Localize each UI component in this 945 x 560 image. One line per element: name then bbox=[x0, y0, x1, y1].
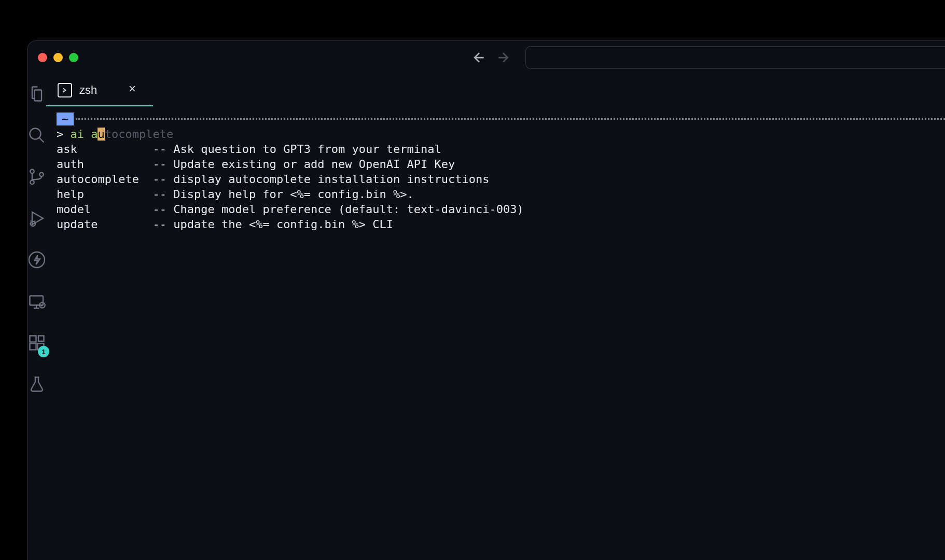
svg-rect-6 bbox=[30, 296, 44, 305]
completion-cmd: ask bbox=[57, 143, 77, 156]
explorer-icon[interactable] bbox=[27, 85, 46, 105]
nav-arrows bbox=[471, 50, 511, 65]
command-suggestion-tail: tocomplete bbox=[105, 128, 173, 141]
editor-window: 1 zsh ~ > ai autocomplete ask bbox=[27, 40, 945, 560]
completion-pad bbox=[91, 203, 152, 216]
window-controls bbox=[38, 53, 78, 62]
svg-point-5 bbox=[29, 252, 45, 268]
tab-label: zsh bbox=[79, 83, 97, 97]
tab-bar: zsh bbox=[46, 74, 945, 106]
close-window-button[interactable] bbox=[38, 53, 47, 62]
body-area: 1 zsh ~ > ai autocomplete ask bbox=[27, 74, 945, 560]
nav-back-icon[interactable] bbox=[471, 50, 487, 65]
completion-desc: Update existing or add new OpenAI API Ke… bbox=[173, 158, 455, 171]
extensions-icon[interactable]: 1 bbox=[27, 333, 46, 354]
prompt-path: ~ bbox=[57, 113, 74, 125]
terminal-pane[interactable]: ~ > ai autocomplete ask -- Ask question … bbox=[46, 106, 945, 560]
remote-explorer-icon[interactable] bbox=[27, 292, 46, 313]
command-typed: ai a bbox=[71, 128, 98, 141]
completion-desc: Display help for <%= config.bin %>. bbox=[173, 188, 414, 201]
completion-desc: update the <%= config.bin %> CLI bbox=[173, 218, 393, 231]
completion-cmd: help bbox=[57, 188, 84, 201]
completion-pad bbox=[98, 218, 152, 231]
thunder-icon[interactable] bbox=[27, 250, 46, 271]
tab-zsh[interactable]: zsh bbox=[46, 74, 153, 106]
source-control-icon[interactable] bbox=[27, 167, 46, 188]
beaker-icon[interactable] bbox=[27, 375, 46, 396]
terminal-cursor: u bbox=[98, 128, 104, 141]
completion-pad bbox=[84, 158, 152, 171]
activity-bar: 1 bbox=[27, 74, 46, 560]
completion-desc: Ask question to GPT3 from your terminal bbox=[173, 143, 441, 156]
prompt-rule bbox=[76, 118, 945, 120]
completion-cmd: update bbox=[57, 218, 98, 231]
maximize-window-button[interactable] bbox=[69, 53, 78, 62]
completion-cmd: autocomplete bbox=[57, 173, 139, 186]
svg-point-3 bbox=[39, 173, 44, 177]
completion-cmd: model bbox=[57, 203, 91, 216]
completion-cmd: auth bbox=[57, 158, 84, 171]
run-debug-icon[interactable] bbox=[27, 209, 46, 230]
completion-pad bbox=[77, 143, 153, 156]
completion-pad bbox=[139, 173, 153, 186]
command-center-input[interactable] bbox=[525, 46, 945, 69]
svg-point-0 bbox=[30, 129, 41, 139]
svg-point-1 bbox=[30, 170, 34, 174]
search-icon[interactable] bbox=[27, 126, 46, 147]
nav-forward-icon[interactable] bbox=[495, 50, 511, 65]
titlebar bbox=[27, 41, 945, 74]
terminal-icon bbox=[58, 83, 72, 97]
tab-close-icon[interactable] bbox=[127, 83, 137, 97]
editor-area: zsh ~ > ai autocomplete ask -- Ask quest… bbox=[46, 74, 945, 560]
minimize-window-button[interactable] bbox=[53, 53, 63, 62]
prompt-symbol: > bbox=[57, 128, 63, 141]
completion-desc: display autocomplete installation instru… bbox=[173, 173, 489, 186]
completion-pad bbox=[84, 188, 152, 201]
completion-desc: Change model preference (default: text-d… bbox=[173, 203, 524, 216]
svg-point-2 bbox=[30, 180, 34, 185]
